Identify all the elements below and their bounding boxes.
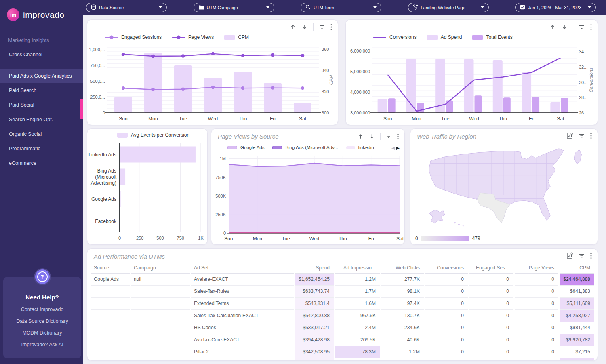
col-impressions[interactable]: Ad Impressio...: [335, 263, 380, 274]
col-cpm[interactable]: CPM: [560, 263, 594, 274]
chart-settings-icon[interactable]: [566, 133, 573, 139]
brand-logo[interactable]: im improvado: [0, 0, 83, 21]
filter-icon[interactable]: [386, 133, 392, 139]
sort-desc-icon[interactable]: [561, 24, 568, 30]
cell-cpm: $24,464,888: [560, 274, 594, 286]
area-chart[interactable]: 0250K500K750K1MSunMonTueWedThuFriSat: [211, 152, 404, 243]
col-ad_set[interactable]: Ad Set: [191, 263, 294, 274]
line-marker: [105, 37, 118, 38]
kebab-menu-icon[interactable]: [397, 133, 399, 139]
table-row[interactable]: Google AdsnullAvalara-EXACT$1,652,454.25…: [91, 274, 594, 286]
svg-text:Sat: Sat: [396, 236, 404, 242]
legend-engaged-sessions[interactable]: Engaged Sessions: [105, 34, 162, 40]
legend-pager: ◀ ▶: [391, 145, 400, 151]
svg-text:340: 340: [322, 68, 329, 73]
sort-desc-icon[interactable]: [301, 24, 308, 30]
sidebar-item-organic-social[interactable]: Organic Social: [0, 127, 83, 141]
svg-text:Mon: Mon: [412, 116, 421, 122]
chart-settings-icon[interactable]: [566, 252, 573, 259]
cell-source: [91, 358, 130, 360]
legend-bing-ads[interactable]: Bing Ads (Microsoft Adv...: [272, 145, 338, 150]
cell-page_views: 0: [515, 286, 558, 298]
legend-cpm[interactable]: CPM: [224, 34, 249, 40]
table-row[interactable]: Sales-Tax-Calculation-EXACT$542,800.8896…: [91, 310, 594, 322]
sidebar-item-search-engine-opt[interactable]: Search Engine Opt.: [0, 112, 83, 127]
cell-impressions: 1.2M: [335, 274, 380, 286]
legend-avg-events[interactable]: Avg Events per Conversion: [117, 132, 189, 138]
kebab-menu-icon[interactable]: [590, 133, 592, 139]
filter-icon[interactable]: [579, 253, 585, 259]
cell-impressions: 209.5K: [335, 334, 380, 346]
cell-ad_set: Avalara-EXACT: [191, 274, 294, 286]
cell-page_views: 0: [515, 334, 558, 346]
improvado-logo-icon: im: [7, 8, 19, 21]
chart-legend: Google Ads Bing Ads (Microsoft Adv... li…: [227, 145, 374, 150]
svg-text:Sun: Sun: [383, 116, 392, 122]
sort-asc-icon[interactable]: [549, 24, 556, 30]
cell-clicks: 40.6K: [381, 334, 424, 346]
table-row[interactable]: Sales-Tax-Rules$633,743.741.7M98.1K000$6…: [91, 286, 594, 298]
link-improvado-ask-ai[interactable]: Improvado? Ask AI: [6, 342, 79, 347]
sidebar-item-paid-ads-x-google-analytics[interactable]: Paid Ads x Google Analytics: [0, 69, 83, 83]
table-row[interactable]: HS Codes$533,017.212.4M234.6K000$981,444: [91, 322, 594, 334]
col-spend[interactable]: Spend: [295, 263, 334, 274]
legend-google-ads[interactable]: Google Ads: [227, 145, 264, 150]
cell-conversions: 0: [425, 334, 468, 346]
sidebar-scrollbar[interactable]: [80, 99, 83, 119]
kebab-menu-icon[interactable]: [590, 24, 592, 30]
filter-icon[interactable]: [579, 24, 585, 30]
table-row[interactable]: AvaTax-Core-EXACT$394,428.98209.5K40.6K0…: [91, 334, 594, 346]
sidebar-item-programmatic[interactable]: Programmatic: [0, 141, 83, 156]
kebab-menu-icon[interactable]: [330, 24, 332, 30]
landing-page-filter[interactable]: Landing Website Page: [408, 3, 489, 12]
sidebar-item-ecommerce[interactable]: eCommerce: [0, 156, 83, 170]
sidebar-item-paid-search[interactable]: Paid Search: [0, 83, 83, 98]
cell-spend: [295, 358, 334, 360]
us-choropleth-map[interactable]: [417, 146, 590, 230]
utm-term-filter[interactable]: UTM Term: [301, 3, 381, 12]
sidebar-item-paid-social[interactable]: Paid Social: [0, 98, 83, 112]
col-engaged[interactable]: Engaged Ses...: [469, 263, 513, 274]
cell-engaged: 0: [469, 286, 513, 298]
filter-icon[interactable]: [579, 133, 585, 139]
table-row[interactable]: Extended Terms$543,831.41.6M97.4K000$5,1…: [91, 298, 594, 310]
link-contact-improvado[interactable]: Contact Improvado: [6, 307, 79, 312]
help-icon[interactable]: ?: [35, 269, 50, 284]
sort-asc-icon[interactable]: [358, 133, 364, 139]
cell-impressions: 1.7M: [335, 286, 380, 298]
utm-campaign-filter[interactable]: UTM Campaign: [194, 3, 274, 12]
card-ad-performance: Ad Performance via UTMs SourceCampaignAd…: [87, 248, 598, 361]
sort-desc-icon[interactable]: [369, 133, 375, 139]
pager-next-icon[interactable]: ▶: [396, 145, 400, 151]
cell-page_views: 0: [515, 346, 558, 358]
pager-prev-icon[interactable]: ◀: [391, 145, 395, 151]
combo-chart[interactable]: 3,000,0004,000,0005,000,0006,000,00026..…: [346, 42, 598, 123]
col-campaign[interactable]: Campaign: [131, 263, 190, 274]
legend-linkedin[interactable]: linkedin: [346, 145, 374, 150]
combo-chart[interactable]: 0250,0...500,0...750,0...1,000,...300320…: [87, 42, 338, 123]
date-range-filter[interactable]: Jan 1, 2023 - Mar 31, 2023: [515, 3, 596, 12]
filter-icon[interactable]: [319, 24, 325, 30]
legend-ad-spend[interactable]: Ad Spend: [427, 34, 462, 40]
col-conversions[interactable]: Conversions: [425, 263, 468, 274]
link-mcdm-dictionary[interactable]: MCDM Dictionary: [6, 330, 79, 336]
col-clicks[interactable]: Web Clicks: [381, 263, 424, 274]
link-data-source-dictionary[interactable]: Data Source Dictionary: [6, 318, 79, 324]
hbar-chart[interactable]: 02505007501KLinkedIn AdsBing Ads(Microso…: [87, 140, 207, 243]
card-toolbar: [549, 23, 592, 31]
col-page_views[interactable]: Page Views: [515, 263, 558, 274]
legend-total-events[interactable]: Total Events: [472, 34, 512, 40]
legend-conversions[interactable]: Conversions: [373, 34, 417, 40]
cell-spend: $342,508.95: [295, 346, 334, 358]
sidebar-item-cross-channel[interactable]: Cross Channel: [0, 47, 83, 62]
table-row[interactable]: Pillar 2$342,508.9578.3M1.2M000$7,215: [91, 346, 594, 358]
cell-impressions: 2.4M: [335, 322, 380, 334]
dashboard-main: Engaged Sessions Page Views CPM 0250,0..…: [83, 15, 606, 364]
kebab-menu-icon[interactable]: [590, 252, 592, 259]
col-source[interactable]: Source: [91, 263, 130, 274]
cell-engaged: [469, 358, 513, 360]
table-row[interactable]: [91, 358, 594, 360]
data-source-filter[interactable]: Data Source: [86, 3, 167, 12]
sort-asc-icon[interactable]: [290, 24, 296, 30]
legend-page-views[interactable]: Page Views: [172, 34, 214, 40]
